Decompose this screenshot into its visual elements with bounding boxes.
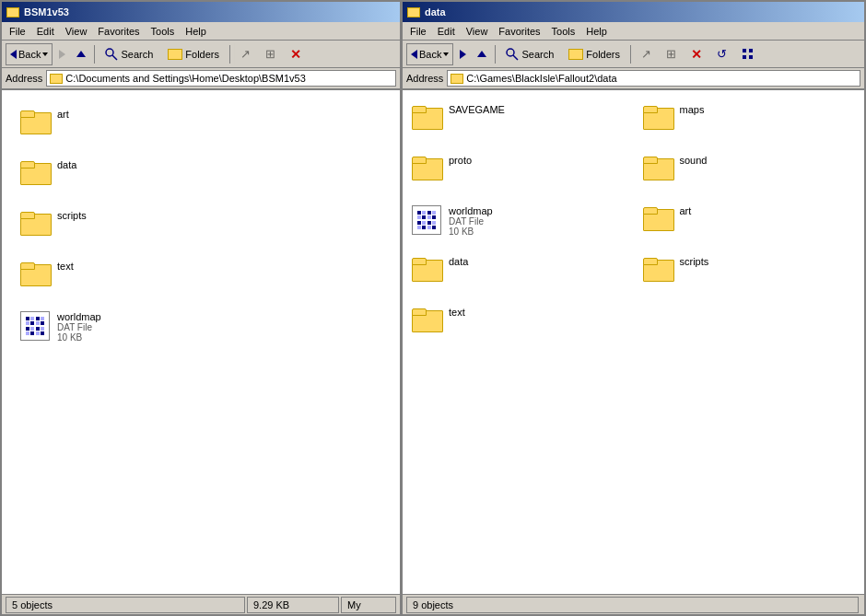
list-item[interactable]: proto bbox=[403, 145, 634, 196]
list-item[interactable]: worldmap DAT File 10 KB bbox=[403, 196, 634, 247]
file-name: art bbox=[680, 205, 692, 216]
right-menu-view[interactable]: View bbox=[461, 24, 494, 39]
copy-icon: ⊞ bbox=[265, 47, 275, 61]
right-folders-label: Folders bbox=[586, 49, 620, 60]
right-move-button[interactable]: ↗ bbox=[635, 43, 658, 65]
file-info: text bbox=[449, 307, 465, 318]
undo-icon: ↺ bbox=[717, 47, 727, 61]
left-back-button[interactable]: Back bbox=[6, 43, 53, 65]
dat-cell bbox=[30, 327, 34, 331]
folder-icon bbox=[643, 258, 673, 282]
file-name: art bbox=[57, 109, 69, 120]
file-name: scripts bbox=[680, 256, 709, 267]
address-folder-icon-right bbox=[451, 74, 463, 84]
list-item[interactable]: worldmap DAT File 10 KB bbox=[11, 302, 391, 353]
left-up-button[interactable] bbox=[72, 43, 90, 65]
file-meta-type: DAT File bbox=[449, 216, 493, 227]
file-name: worldmap bbox=[57, 311, 101, 322]
up-arrow-icon-right bbox=[477, 51, 486, 57]
back-arrow-icon bbox=[10, 50, 17, 59]
right-menu-help[interactable]: Help bbox=[580, 24, 613, 39]
right-address-input[interactable]: C:\Games\BlackIsle\Fallout2\data bbox=[447, 70, 860, 87]
folder-icon bbox=[20, 212, 50, 236]
right-forward-button[interactable] bbox=[455, 43, 471, 65]
delete-icon-right: ✕ bbox=[691, 47, 702, 62]
right-view-button[interactable] bbox=[735, 43, 760, 65]
left-menu-tools[interactable]: Tools bbox=[146, 24, 181, 39]
dat-cell bbox=[41, 317, 44, 320]
right-menu-file[interactable]: File bbox=[404, 24, 432, 39]
right-toolbar: Back Search Folders ↗ ⊞ ✕ bbox=[403, 41, 864, 68]
folders-icon bbox=[168, 49, 182, 60]
back-dropdown-icon-right bbox=[443, 52, 449, 56]
dat-cell bbox=[26, 321, 29, 325]
file-meta-size: 10 KB bbox=[449, 227, 493, 237]
file-name: SAVEGAME bbox=[449, 104, 505, 115]
back-dropdown-icon bbox=[42, 52, 48, 56]
file-meta-size: 10 KB bbox=[57, 332, 101, 343]
left-copy-button[interactable]: ⊞ bbox=[259, 43, 282, 65]
left-window-title-icon bbox=[6, 5, 20, 19]
file-meta-type: DAT File bbox=[57, 322, 101, 332]
right-folders-button[interactable]: Folders bbox=[562, 43, 626, 65]
svg-line-1 bbox=[112, 55, 117, 60]
left-menu-help[interactable]: Help bbox=[180, 24, 212, 39]
list-item[interactable]: maps bbox=[634, 95, 865, 145]
list-item[interactable]: text bbox=[11, 251, 391, 302]
list-item[interactable]: data bbox=[11, 150, 391, 201]
left-menu-favorites[interactable]: Favorites bbox=[92, 24, 145, 39]
right-col1: SAVEGAME proto bbox=[403, 90, 634, 594]
right-up-button[interactable] bbox=[473, 43, 491, 65]
left-folders-button[interactable]: Folders bbox=[161, 43, 226, 65]
left-search-button[interactable]: Search bbox=[99, 43, 159, 65]
list-item[interactable]: art bbox=[11, 99, 391, 150]
left-delete-button[interactable]: ✕ bbox=[284, 43, 308, 65]
view-grid-icon bbox=[742, 48, 754, 60]
search-icon bbox=[105, 48, 118, 61]
list-item[interactable]: data bbox=[403, 247, 634, 297]
list-item[interactable]: art bbox=[634, 196, 865, 247]
svg-line-3 bbox=[513, 55, 518, 60]
svg-point-2 bbox=[507, 49, 514, 56]
sep4 bbox=[630, 45, 631, 64]
left-menu-file[interactable]: File bbox=[4, 24, 31, 39]
left-address-input[interactable]: C:\Documents and Settings\Home\Desktop\B… bbox=[46, 70, 396, 87]
right-back-button[interactable]: Back bbox=[406, 43, 453, 65]
dat-icon-grid bbox=[417, 211, 436, 229]
list-item[interactable]: text bbox=[403, 297, 634, 348]
left-menu-edit[interactable]: Edit bbox=[31, 24, 60, 39]
dat-cell bbox=[30, 317, 34, 320]
left-forward-button[interactable] bbox=[54, 43, 70, 65]
left-address-text: C:\Documents and Settings\Home\Desktop\B… bbox=[65, 73, 305, 84]
list-item[interactable]: scripts bbox=[11, 201, 391, 251]
right-copy-button[interactable]: ⊞ bbox=[660, 43, 683, 65]
right-search-button[interactable]: Search bbox=[499, 43, 560, 65]
dat-cell bbox=[26, 317, 29, 320]
file-name: data bbox=[57, 159, 76, 170]
address-label-right: Address bbox=[406, 73, 443, 84]
file-info: worldmap DAT File 10 KB bbox=[449, 205, 493, 237]
address-label-left: Address bbox=[6, 73, 42, 84]
right-menu-tools[interactable]: Tools bbox=[546, 24, 581, 39]
right-undo-button[interactable]: ↺ bbox=[710, 43, 733, 65]
right-col2: maps sound art scripts bbox=[634, 90, 865, 594]
right-delete-button[interactable]: ✕ bbox=[685, 43, 708, 65]
sep1 bbox=[94, 45, 95, 64]
forward-arrow-icon bbox=[59, 50, 65, 59]
dat-cell bbox=[41, 327, 44, 331]
dat-icon-grid bbox=[26, 317, 44, 335]
left-move-button[interactable]: ↗ bbox=[234, 43, 257, 65]
list-item[interactable]: SAVEGAME bbox=[403, 95, 634, 145]
list-item[interactable]: scripts bbox=[634, 247, 865, 297]
file-info: scripts bbox=[680, 256, 709, 267]
back-label: Back bbox=[18, 49, 41, 60]
right-back-label: Back bbox=[419, 49, 441, 60]
right-menu-favorites[interactable]: Favorites bbox=[493, 24, 545, 39]
move-icon: ↗ bbox=[240, 47, 251, 61]
folder-icon bbox=[20, 161, 50, 185]
right-menu-edit[interactable]: Edit bbox=[432, 24, 461, 39]
copy-icon-right: ⊞ bbox=[666, 47, 676, 61]
left-menu-view[interactable]: View bbox=[60, 24, 93, 39]
list-item[interactable]: sound bbox=[634, 145, 865, 196]
file-name: proto bbox=[449, 155, 472, 166]
